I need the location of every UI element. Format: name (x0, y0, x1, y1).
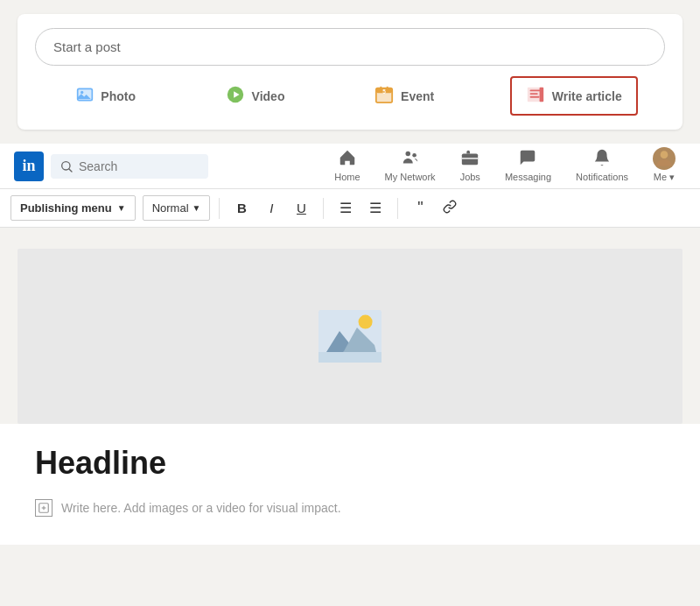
italic-icon: I (270, 201, 273, 215)
network-icon (401, 148, 420, 170)
editor-area: Headline Write here. Add images or a vid… (0, 228, 700, 566)
cover-image-area[interactable] (18, 249, 682, 424)
nav-item-network[interactable]: My Network (374, 143, 446, 189)
nav-item-home[interactable]: Home (324, 143, 370, 189)
format-chevron-icon: ▼ (192, 203, 201, 213)
post-actions: Photo Video 5 (35, 76, 665, 116)
ordered-list-icon: ☰ (340, 200, 352, 216)
svg-point-22 (661, 151, 668, 159)
nav-home-label: Home (334, 172, 360, 182)
svg-rect-20 (462, 153, 478, 165)
link-button[interactable] (437, 195, 463, 222)
linkedin-logo: in (14, 152, 44, 181)
avatar (653, 147, 676, 170)
italic-button[interactable]: I (258, 195, 284, 222)
format-label: Normal (152, 201, 189, 215)
underline-button[interactable]: U (288, 195, 314, 222)
svg-point-26 (359, 315, 373, 329)
svg-point-18 (405, 152, 410, 157)
svg-point-2 (80, 91, 83, 94)
toolbar-separator-2 (323, 198, 324, 219)
notifications-icon (592, 148, 612, 170)
chevron-down-icon: ▼ (117, 203, 126, 213)
editor-toolbar: Publishing menu ▼ Normal ▼ B I U ☰ ☰ " (0, 189, 700, 228)
nav-jobs-label: Jobs (460, 172, 480, 182)
bold-icon: B (237, 201, 247, 215)
underline-icon: U (297, 201, 306, 215)
toolbar-separator-3 (397, 198, 398, 219)
svg-point-19 (412, 153, 416, 158)
write-article-button[interactable]: Write article (510, 76, 638, 116)
home-icon (338, 148, 357, 170)
unordered-list-icon: ☰ (369, 200, 382, 216)
svg-rect-27 (318, 352, 382, 363)
svg-rect-12 (529, 90, 541, 92)
nav-messaging-label: Messaging (505, 172, 551, 182)
linkedin-navbar: in Home (0, 144, 700, 189)
video-icon (226, 85, 245, 107)
nav-right: Home My Network J (324, 142, 686, 190)
body-placeholder-icon (35, 499, 52, 517)
body-placeholder-row[interactable]: Write here. Add images or a video for vi… (35, 499, 665, 517)
photo-button[interactable]: Photo (62, 79, 150, 113)
format-select[interactable]: Normal ▼ (143, 195, 211, 221)
cover-image-placeholder (315, 306, 385, 367)
toolbar-separator-1 (219, 198, 220, 219)
headline-placeholder[interactable]: Headline (35, 445, 665, 482)
write-article-label: Write article (552, 89, 622, 103)
nav-me-label: Me ▾ (654, 172, 675, 183)
event-button[interactable]: 5 Event (360, 78, 448, 114)
video-button[interactable]: Video (212, 78, 299, 114)
jobs-icon (460, 148, 480, 170)
svg-rect-15 (539, 88, 543, 102)
nav-item-messaging[interactable]: Messaging (494, 143, 562, 189)
svg-line-17 (69, 168, 72, 171)
content-area: Headline Write here. Add images or a vid… (0, 424, 700, 545)
nav-item-jobs[interactable]: Jobs (450, 143, 491, 189)
nav-item-notifications[interactable]: Notifications (565, 143, 639, 189)
publishing-menu-button[interactable]: Publishing menu ▼ (10, 195, 136, 221)
svg-rect-14 (529, 96, 539, 98)
svg-text:5: 5 (382, 88, 386, 95)
bold-button[interactable]: B (228, 195, 255, 222)
start-post-placeholder: Start a post (53, 39, 121, 54)
search-bar[interactable] (51, 154, 208, 179)
unordered-list-button[interactable]: ☰ (362, 195, 388, 222)
nav-network-label: My Network (385, 172, 436, 182)
body-placeholder-text: Write here. Add images or a video for vi… (61, 501, 341, 515)
write-article-icon (526, 85, 545, 107)
start-post-card: Start a post Photo Video (18, 14, 682, 130)
photo-icon (76, 86, 94, 106)
svg-rect-13 (529, 93, 537, 95)
search-input[interactable] (79, 159, 192, 173)
nav-item-me[interactable]: Me ▾ (642, 142, 686, 190)
video-label: Video (252, 89, 285, 103)
link-icon (443, 200, 457, 216)
nav-notifications-label: Notifications (576, 172, 628, 182)
event-icon: 5 (374, 85, 394, 107)
event-label: Event (401, 89, 434, 103)
quote-icon: " (417, 199, 423, 217)
messaging-icon (518, 148, 537, 170)
search-icon (60, 159, 74, 173)
ordered-list-button[interactable]: ☰ (332, 195, 359, 222)
start-post-bar[interactable]: Start a post (35, 28, 665, 66)
publishing-menu-label: Publishing menu (20, 201, 112, 215)
photo-label: Photo (101, 89, 136, 103)
quote-button[interactable]: " (407, 195, 433, 222)
